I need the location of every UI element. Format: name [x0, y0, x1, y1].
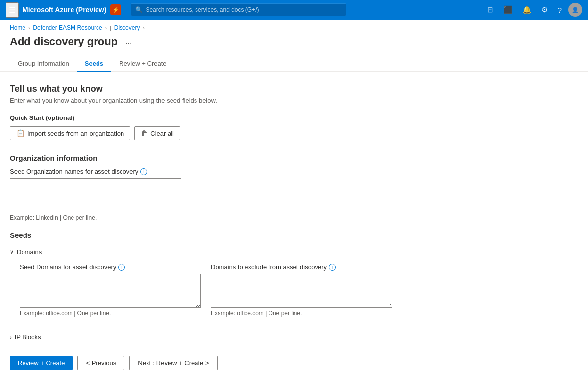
- org-field-hint: Example: LinkedIn | One per line.: [10, 214, 578, 221]
- clear-all-button[interactable]: 🗑 Clear all: [134, 126, 180, 140]
- clear-icon: 🗑: [141, 129, 147, 137]
- page-title: Add discovery group: [10, 35, 118, 48]
- domains-fields-row: Seed Domains for asset discovery i Examp…: [10, 258, 578, 327]
- content-area: Tell us what you know Enter what you kno…: [0, 72, 588, 375]
- breadcrumb-sep-3: ›: [143, 25, 144, 31]
- notifications-button[interactable]: 🔔: [519, 3, 535, 16]
- page-header: Add discovery group ...: [0, 31, 588, 56]
- seed-domains-textarea[interactable]: [20, 274, 201, 308]
- content-section-title: Tell us what you know: [10, 84, 578, 94]
- review-create-button[interactable]: Review + Create: [10, 356, 73, 370]
- app-title: Microsoft Azure (Preview): [23, 6, 106, 14]
- avatar[interactable]: 👤: [568, 3, 582, 17]
- tab-group-information[interactable]: Group Information: [10, 56, 77, 72]
- breadcrumb-home[interactable]: Home: [10, 24, 25, 31]
- import-seeds-button[interactable]: 📋 Import seeds from an organization: [10, 126, 130, 140]
- help-button[interactable]: ?: [555, 4, 564, 16]
- quick-start-label: Quick Start (optional): [10, 114, 578, 121]
- seed-domains-field: Seed Domains for asset discovery i Examp…: [20, 263, 201, 327]
- seed-domains-label: Seed Domains for asset discovery i: [20, 263, 201, 271]
- seeds-section: Seeds ∨ Domains Seed Domains for asset d…: [10, 231, 578, 361]
- ip-blocks-label: IP Blocks: [15, 333, 41, 341]
- breadcrumb-defender[interactable]: Defender EASM Resource: [33, 24, 102, 31]
- domains-collapse-button[interactable]: ∨ Domains: [10, 245, 42, 258]
- import-icon: 📋: [16, 129, 24, 137]
- breadcrumb-sep-2: ›: [105, 25, 107, 31]
- avatar-icon: 👤: [572, 7, 579, 13]
- content-section-desc: Enter what you know about your organizat…: [10, 97, 578, 104]
- breadcrumb: Home › Defender EASM Resource › | Discov…: [0, 20, 588, 31]
- next-review-create-button[interactable]: Next : Review + Create >: [129, 356, 217, 370]
- search-bar[interactable]: 🔍 Search resources, services, and docs (…: [131, 3, 346, 16]
- org-field-info-icon[interactable]: i: [140, 168, 147, 175]
- topbar: ☰ Microsoft Azure (Preview) ⚡ 🔍 Search r…: [0, 0, 588, 20]
- hamburger-icon: ☰: [9, 6, 16, 14]
- previous-button[interactable]: < Previous: [77, 356, 124, 370]
- portal-icon-button[interactable]: ⊞: [484, 3, 496, 16]
- breadcrumb-sep-1: ›: [28, 25, 30, 31]
- org-section-title: Organization information: [10, 154, 578, 162]
- seed-domains-hint: Example: office.com | One per line.: [20, 310, 201, 317]
- more-options-button[interactable]: ...: [122, 36, 135, 47]
- exclude-domains-textarea[interactable]: [211, 274, 392, 308]
- org-info-section: Organization information Seed Organizati…: [10, 154, 578, 221]
- hamburger-menu-button[interactable]: ☰: [6, 2, 19, 18]
- ip-blocks-chevron-right-icon: ›: [10, 334, 12, 340]
- seed-domains-info-icon[interactable]: i: [118, 264, 125, 271]
- exclude-domains-field: Domains to exclude from asset discovery …: [211, 263, 392, 327]
- main-content: Home › Defender EASM Resource › | Discov…: [0, 20, 588, 375]
- tab-review-create[interactable]: Review + Create: [111, 56, 174, 72]
- topbar-actions: ⊞ ⬛ 🔔 ⚙ ? 👤: [484, 3, 582, 17]
- app-icon: ⚡: [110, 4, 121, 15]
- org-field-label: Seed Organization names for asset discov…: [10, 168, 578, 175]
- breadcrumb-discovery[interactable]: Discovery: [114, 24, 140, 31]
- org-names-textarea[interactable]: [10, 178, 181, 212]
- domains-section: ∨ Domains Seed Domains for asset discove…: [10, 245, 578, 327]
- search-placeholder: Search resources, services, and docs (G+…: [146, 6, 259, 13]
- quick-start-section: Quick Start (optional) 📋 Import seeds fr…: [10, 114, 578, 140]
- exclude-domains-info-icon[interactable]: i: [329, 264, 336, 271]
- breadcrumb-sep-pipe: |: [110, 25, 111, 31]
- ip-blocks-section: › IP Blocks: [10, 330, 578, 344]
- domains-label: Domains: [17, 248, 42, 256]
- exclude-domains-hint: Example: office.com | One per line.: [211, 310, 392, 317]
- search-icon: 🔍: [135, 6, 143, 13]
- tabs-bar: Group Information Seeds Review + Create: [0, 56, 588, 72]
- cloud-shell-button[interactable]: ⬛: [500, 3, 515, 16]
- seeds-title: Seeds: [10, 231, 578, 239]
- footer: Review + Create < Previous Next : Review…: [0, 351, 588, 375]
- quick-start-buttons: 📋 Import seeds from an organization 🗑 Cl…: [10, 126, 578, 140]
- tab-seeds[interactable]: Seeds: [77, 56, 111, 72]
- exclude-domains-label: Domains to exclude from asset discovery …: [211, 263, 392, 271]
- ip-blocks-collapse-button[interactable]: › IP Blocks: [10, 330, 41, 344]
- settings-button[interactable]: ⚙: [539, 3, 551, 16]
- domains-chevron-down-icon: ∨: [10, 249, 14, 255]
